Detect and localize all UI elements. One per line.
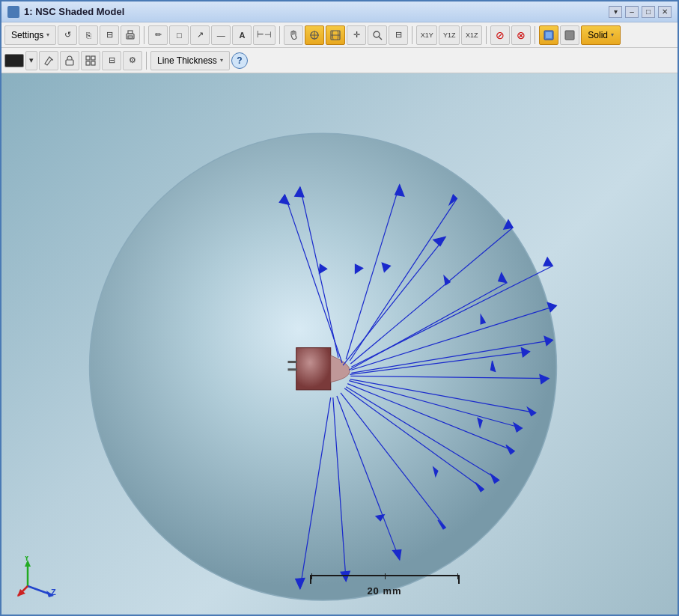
svg-marker-32 — [543, 257, 552, 266]
svg-rect-2 — [128, 36, 133, 38]
svg-line-8 — [379, 37, 382, 40]
hand-btn[interactable] — [284, 25, 303, 45]
scale-label: 20 mm — [367, 585, 401, 597]
print-btn[interactable] — [121, 25, 140, 45]
x1z-btn[interactable]: X1Z — [461, 25, 482, 45]
paint-btn[interactable] — [39, 51, 58, 70]
svg-rect-18 — [296, 348, 331, 390]
viewport-svg — [1, 73, 678, 615]
scale-tick-left — [311, 573, 312, 579]
pencil-btn[interactable]: ✏ — [148, 25, 168, 45]
copy1-btn[interactable]: ⎘ — [79, 25, 98, 45]
toolbar-2: ▾ ⊟ ⚙ Line Thickness ▾ ? — [1, 48, 678, 73]
line-btn[interactable]: — — [211, 25, 231, 45]
settings-label: Settings — [11, 30, 43, 40]
y1z-btn[interactable]: Y1Z — [439, 25, 460, 45]
settings-arrow: ▾ — [46, 31, 49, 38]
color-dropdown-btn[interactable]: ▾ — [25, 51, 37, 70]
svg-rect-16 — [91, 61, 95, 65]
svg-rect-14 — [91, 56, 95, 60]
svg-rect-13 — [86, 56, 90, 60]
zoom-btn[interactable] — [368, 25, 387, 45]
axis-indicator: Y Z — [16, 556, 58, 600]
move-btn[interactable]: ✛ — [347, 25, 366, 45]
cube2-btn[interactable] — [560, 25, 579, 45]
settings2-btn[interactable]: ⚙ — [123, 51, 142, 70]
grid-btn[interactable] — [81, 51, 100, 70]
minimize-btn[interactable]: ▾ — [609, 6, 622, 18]
lock-btn[interactable] — [60, 51, 79, 70]
refresh-btn[interactable]: ↺ — [58, 25, 77, 45]
viewport[interactable]: 20 mm Y Z — [1, 73, 678, 615]
settings-button[interactable]: Settings ▾ — [4, 25, 56, 45]
separator-1 — [144, 26, 144, 44]
copy2-btn[interactable]: ⊟ — [100, 25, 119, 45]
target-btn[interactable] — [305, 25, 324, 45]
help-label: ? — [237, 55, 242, 66]
svg-rect-1 — [128, 31, 133, 34]
search2-btn[interactable]: ⊟ — [389, 25, 408, 45]
axis-svg: Y Z — [16, 556, 58, 597]
no-sign-btn[interactable]: ⊗ — [511, 25, 531, 45]
arrow-btn[interactable]: ↗ — [190, 25, 210, 45]
separator-6 — [146, 52, 147, 70]
separator-2 — [279, 26, 280, 44]
layers-btn[interactable]: ⊟ — [102, 51, 121, 70]
close-btn[interactable]: ✕ — [658, 6, 672, 18]
scale-tick-mid — [385, 573, 386, 579]
toolbar-1: Settings ▾ ↺ ⎘ ⊟ ✏ □ ↗ — A ⊢⊣ ✛ ⊟ X1Y — [1, 22, 678, 48]
scale-line — [310, 575, 460, 584]
maximize-btn[interactable]: □ — [642, 6, 655, 18]
line-thickness-arrow: ▾ — [220, 57, 223, 64]
svg-rect-19 — [287, 361, 296, 363]
separator-3 — [412, 26, 412, 44]
svg-rect-20 — [287, 368, 296, 370]
globe-btn[interactable] — [326, 25, 345, 45]
window-controls: ▾ – □ ✕ — [609, 6, 672, 18]
solid-arrow: ▾ — [611, 31, 614, 38]
text-btn[interactable]: A — [232, 25, 252, 45]
scale-tick-right — [457, 573, 458, 579]
solid-dropdown-btn[interactable]: Solid ▾ — [581, 25, 621, 45]
svg-point-7 — [374, 31, 380, 37]
separator-5 — [535, 26, 535, 44]
solid-label: Solid — [588, 30, 608, 40]
line-thickness-button[interactable]: Line Thickness ▾ — [150, 51, 230, 70]
hline-btn[interactable]: ⊢⊣ — [253, 25, 275, 45]
main-window: 1: NSC Shaded Model ▾ – □ ✕ Settings ▾ ↺… — [0, 0, 679, 616]
restore-btn[interactable]: – — [625, 6, 639, 18]
x1y-btn[interactable]: X1Y — [416, 25, 437, 45]
svg-text:Z: Z — [51, 588, 56, 597]
scale-bar: 20 mm — [310, 575, 460, 597]
separator-4 — [486, 26, 487, 44]
window-title: 1: NSC Shaded Model — [24, 6, 609, 17]
window-icon — [7, 6, 19, 18]
no-entry-btn[interactable]: ⊘ — [490, 25, 510, 45]
title-bar: 1: NSC Shaded Model ▾ – □ ✕ — [1, 1, 678, 22]
rect-btn[interactable]: □ — [169, 25, 189, 45]
svg-text:Y: Y — [24, 556, 30, 562]
svg-rect-12 — [66, 60, 73, 65]
svg-rect-11 — [565, 31, 574, 40]
svg-rect-10 — [546, 32, 552, 38]
cube1-btn[interactable] — [539, 25, 558, 45]
help-button[interactable]: ? — [231, 52, 248, 69]
color-black-btn[interactable] — [4, 54, 24, 67]
line-thickness-label: Line Thickness — [157, 55, 217, 66]
svg-rect-15 — [86, 61, 90, 65]
